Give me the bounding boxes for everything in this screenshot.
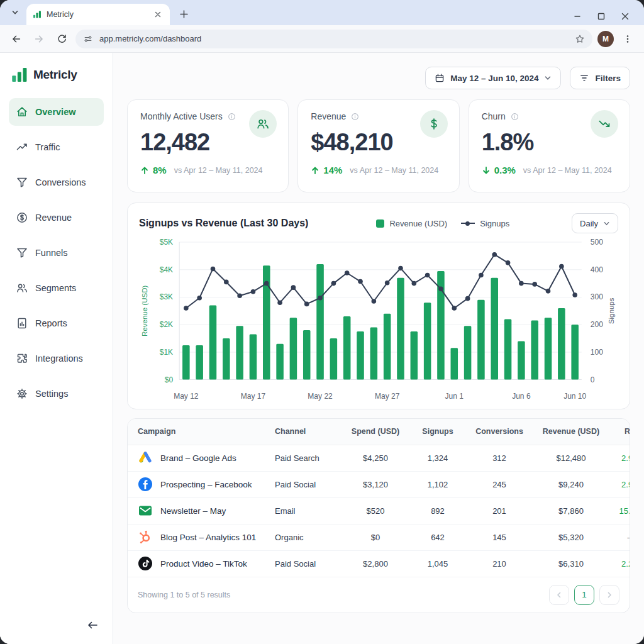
sidebar-item-reports[interactable]: Reports bbox=[9, 309, 104, 337]
dollar-icon bbox=[427, 117, 441, 131]
sidebar-item-segments[interactable]: Segments bbox=[9, 274, 104, 302]
kpi-compare: vs Apr 12 – May 11, 2024 bbox=[350, 166, 438, 175]
sidebar-item-integrations[interactable]: Integrations bbox=[9, 345, 104, 372]
minimize-icon bbox=[574, 13, 581, 20]
svg-text:$1K: $1K bbox=[160, 348, 173, 357]
browser-tab[interactable]: Metricly bbox=[26, 4, 170, 25]
svg-text:300: 300 bbox=[591, 292, 603, 301]
close-icon bbox=[621, 13, 629, 20]
close-window-button[interactable] bbox=[621, 13, 629, 20]
date-range-label: May 12 – Jun 10, 2024 bbox=[450, 74, 538, 83]
table-row: Newsletter – May Email $520 892 201 $7,8… bbox=[128, 498, 630, 525]
kpi-compare: vs Apr 12 – May 11, 2024 bbox=[523, 166, 612, 175]
tab-close-button[interactable] bbox=[152, 9, 164, 20]
svg-text:May 12: May 12 bbox=[174, 392, 199, 401]
interval-select[interactable]: Daily bbox=[572, 213, 618, 233]
calendar-icon bbox=[435, 73, 445, 83]
maximize-icon bbox=[597, 13, 605, 20]
campaign-table: Campaign Channel Spend (USD) Signups Con… bbox=[127, 418, 630, 613]
svg-text:$5K: $5K bbox=[160, 238, 173, 247]
tab-search-button[interactable] bbox=[6, 4, 24, 21]
trending-up-icon bbox=[16, 141, 28, 153]
chevron-down-icon bbox=[603, 220, 610, 227]
chevron-right-icon bbox=[606, 591, 613, 599]
svg-text:Jun 6: Jun 6 bbox=[512, 392, 531, 401]
table-row: Prospecting – Facebook Paid Social $3,12… bbox=[128, 472, 630, 498]
funnel-icon bbox=[16, 176, 28, 189]
campaign-name: Brand – Google Ads bbox=[160, 453, 236, 463]
kpi-label: Revenue bbox=[311, 111, 346, 121]
chart-plot-area: $00$1K100$2K200$3K300$4K400$5K500Revenue… bbox=[139, 233, 618, 405]
forward-arrow-icon bbox=[33, 33, 45, 45]
reload-icon bbox=[57, 33, 67, 44]
sidebar-collapse-button[interactable] bbox=[81, 616, 104, 634]
brand-name: Metricly bbox=[33, 68, 77, 82]
puzzle-icon bbox=[16, 352, 28, 365]
avatar[interactable]: M bbox=[597, 31, 614, 47]
svg-text:Jun 10: Jun 10 bbox=[564, 392, 586, 401]
close-icon bbox=[155, 11, 161, 18]
previous-page-button[interactable] bbox=[549, 585, 569, 605]
arrow-down-icon bbox=[482, 166, 491, 175]
plus-icon bbox=[180, 10, 188, 18]
users-icon bbox=[16, 282, 28, 294]
kpi-icon-chip bbox=[420, 110, 448, 138]
hubspot-icon bbox=[138, 530, 153, 545]
sidebar-item-conversions[interactable]: Conversions bbox=[9, 169, 104, 196]
pagination: 1 bbox=[549, 585, 619, 605]
kpi-icon-chip bbox=[591, 110, 618, 138]
chevron-down-icon bbox=[11, 9, 19, 16]
star-icon bbox=[575, 34, 585, 44]
filter-icon bbox=[579, 73, 589, 83]
page-1-button[interactable]: 1 bbox=[574, 585, 594, 605]
app-shell: Metricly Overview Traffic Conversions Re… bbox=[0, 53, 644, 644]
kpi-card-churn: Churn 1.8% 0.3% vs Apr 12 – May 11, 2024 bbox=[469, 99, 630, 192]
kpi-delta: 14% bbox=[323, 165, 342, 175]
filters-button[interactable]: Filters bbox=[570, 67, 630, 89]
info-icon[interactable] bbox=[510, 112, 519, 121]
forward-button[interactable] bbox=[30, 30, 48, 48]
sidebar-item-traffic[interactable]: Traffic bbox=[9, 133, 104, 161]
svg-text:May 22: May 22 bbox=[308, 392, 333, 401]
kebab-menu-icon bbox=[623, 35, 632, 43]
svg-text:500: 500 bbox=[591, 238, 603, 247]
address-bar[interactable]: app.metricly.com/dashboard bbox=[75, 30, 592, 48]
chart-title: Signups vs Revenue (Last 30 Days) bbox=[139, 218, 308, 229]
info-icon[interactable] bbox=[227, 112, 236, 121]
window-controls bbox=[574, 13, 638, 25]
maximize-button[interactable] bbox=[597, 13, 605, 20]
sidebar-item-revenue[interactable]: Revenue bbox=[9, 204, 104, 231]
new-tab-button[interactable] bbox=[175, 5, 192, 23]
dollar-circle-icon bbox=[16, 211, 28, 224]
content-header: May 12 – Jun 10, 2024 Filters bbox=[127, 67, 630, 89]
back-button[interactable] bbox=[8, 30, 25, 48]
main-content: May 12 – Jun 10, 2024 Filters Monthly Ac… bbox=[113, 53, 644, 644]
url-text: app.metricly.com/dashboard bbox=[99, 34, 569, 43]
info-icon[interactable] bbox=[350, 112, 360, 121]
svg-text:Signups: Signups bbox=[608, 297, 615, 324]
legend-item-signups: Signups bbox=[461, 219, 509, 228]
signups-revenue-chart: $00$1K100$2K200$3K300$4K400$5K500Revenue… bbox=[139, 233, 618, 405]
browser-menu-button[interactable] bbox=[619, 30, 636, 48]
sidebar-item-settings[interactable]: Settings bbox=[9, 380, 104, 408]
sidebar-item-funnels[interactable]: Funnels bbox=[9, 239, 104, 267]
campaign-name: Product Video – TikTok bbox=[160, 559, 247, 569]
campaign-name: Newsletter – May bbox=[160, 506, 226, 516]
svg-text:400: 400 bbox=[591, 265, 603, 274]
date-range-picker[interactable]: May 12 – Jun 10, 2024 bbox=[425, 67, 561, 89]
site-settings-icon[interactable] bbox=[83, 34, 93, 44]
browser-window: Metricly app.metricly.com/dashboard bbox=[0, 0, 644, 644]
svg-text:Jun 1: Jun 1 bbox=[445, 392, 464, 401]
minimize-button[interactable] bbox=[574, 13, 581, 20]
chart-card: Signups vs Revenue (Last 30 Days) Revenu… bbox=[127, 203, 630, 409]
signups-swatch bbox=[461, 223, 475, 224]
metricly-favicon bbox=[33, 10, 42, 19]
email-envelope-icon bbox=[138, 503, 153, 518]
bookmark-star-button[interactable] bbox=[575, 34, 585, 44]
reload-button[interactable] bbox=[53, 30, 70, 48]
sidebar: Metricly Overview Traffic Conversions Re… bbox=[0, 53, 113, 644]
kpi-delta: 8% bbox=[153, 165, 167, 175]
sidebar-item-overview[interactable]: Overview bbox=[9, 98, 104, 126]
next-page-button[interactable] bbox=[599, 585, 619, 605]
arrow-up-icon bbox=[311, 166, 319, 175]
